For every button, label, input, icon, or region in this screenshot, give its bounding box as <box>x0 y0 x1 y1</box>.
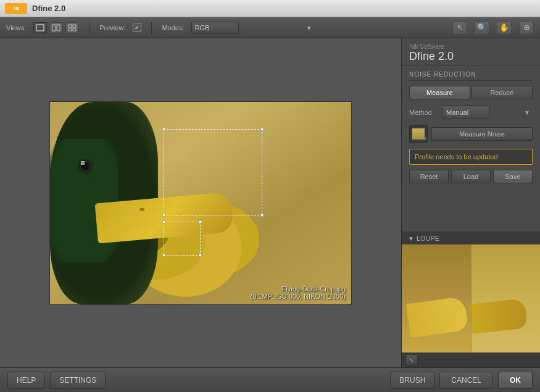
modes-select-arrow: ▼ <box>306 24 312 31</box>
measure-noise-row: ⚙ Measure Noise <box>409 125 533 143</box>
title-bar: nik Dfine 2.0 <box>0 0 540 17</box>
method-label: Method <box>409 109 437 116</box>
action-row: Reset Load Save <box>409 170 533 183</box>
measure-reduce-tabs: Measure Reduce <box>409 86 533 99</box>
measure-tab[interactable]: Measure <box>409 86 470 99</box>
loupe-label: LOUPE <box>417 235 439 242</box>
zoom-tool-button[interactable]: 🔍 <box>475 21 489 35</box>
preview-label: Preview: <box>99 24 125 31</box>
right-panel: Nik Software Dfine 2.0 NOISE REDUCTION M… <box>401 38 540 367</box>
image-panel: Flying-Duck-Crop.jpg (0.1MP, ISO 800, NI… <box>0 38 401 367</box>
svg-rect-1 <box>52 25 56 31</box>
view-split-button[interactable] <box>49 22 63 33</box>
color-picker-button[interactable]: ⊕ <box>519 21 534 35</box>
gear-icon: ⚙ <box>422 136 426 141</box>
save-button[interactable]: Save <box>493 170 533 183</box>
main-layout: Flying-Duck-Crop.jpg (0.1MP, ISO 800, NI… <box>0 38 540 367</box>
modes-select-wrapper: RGB Luminosity Color ▼ <box>191 22 314 34</box>
method-select-wrapper: Manual Automatic ▼ <box>442 106 533 119</box>
nik-brand: Nik Software <box>409 43 533 50</box>
svg-rect-4 <box>73 25 76 27</box>
loupe-header[interactable]: ▼ LOUPE <box>402 232 540 244</box>
svg-rect-3 <box>69 25 72 27</box>
bottom-bar: HELP SETTINGS BRUSH CANCEL OK <box>0 367 540 392</box>
app-logo: nik <box>5 3 27 14</box>
svg-rect-6 <box>73 28 76 31</box>
toolbar: Views: Preview: ✓ Modes: RGB Luminosity … <box>0 17 540 38</box>
method-row: Method Manual Automatic ▼ <box>409 106 533 119</box>
profile-warning-text: Profile needs to be updated <box>415 153 498 161</box>
duck-image <box>49 101 352 305</box>
view-buttons-group <box>33 22 79 33</box>
settings-button[interactable]: SETTINGS <box>50 372 106 389</box>
title-text: Dfine 2.0 <box>32 4 65 13</box>
svg-rect-0 <box>36 25 44 31</box>
svg-rect-5 <box>69 28 72 31</box>
ok-button[interactable]: OK <box>498 372 533 389</box>
view-single-button[interactable] <box>33 22 47 33</box>
bottom-right-buttons: BRUSH CANCEL OK <box>390 372 533 389</box>
image-container: Flying-Duck-Crop.jpg (0.1MP, ISO 800, NI… <box>49 101 352 305</box>
nik-app-name: Dfine 2.0 <box>409 50 533 63</box>
loupe-view <box>402 244 540 352</box>
pan-tool-button[interactable]: ✋ <box>497 21 512 35</box>
method-select[interactable]: Manual Automatic <box>442 106 489 119</box>
loupe-divider <box>471 244 471 352</box>
modes-select[interactable]: RGB Luminosity Color <box>191 22 239 34</box>
reset-button[interactable]: Reset <box>409 170 449 183</box>
views-label: Views: <box>6 24 26 31</box>
bottom-left-buttons: HELP SETTINGS <box>7 372 106 389</box>
nik-header: Nik Software Dfine 2.0 <box>402 38 540 66</box>
profile-warning: Profile needs to be updated <box>409 149 533 165</box>
preview-checkbox[interactable]: ✓ <box>133 23 141 32</box>
image-info: Flying-Duck-Crop.jpg (0.1MP, ISO 800, NI… <box>251 285 346 300</box>
reduce-tab[interactable]: Reduce <box>471 86 533 99</box>
loupe-tool-button[interactable]: ↖ <box>405 354 418 365</box>
modes-label: Modes: <box>162 24 184 31</box>
measure-icon-box: ⚙ <box>409 125 428 143</box>
toolbar-separator-2 <box>151 22 152 34</box>
loupe-collapse-arrow: ▼ <box>408 235 414 242</box>
noise-reduction-section: NOISE REDUCTION Measure Reduce Method Ma… <box>402 66 540 188</box>
arrow-tool-button[interactable]: ↖ <box>452 21 467 35</box>
view-quad-button[interactable] <box>65 22 79 33</box>
cancel-button[interactable]: CANCEL <box>439 372 493 389</box>
svg-rect-2 <box>57 25 60 31</box>
loupe-toolbar: ↖ <box>402 352 540 367</box>
method-select-arrow: ▼ <box>524 109 530 116</box>
load-button[interactable]: Load <box>451 170 491 183</box>
loupe-section: ▼ LOUPE ↖ <box>402 231 540 367</box>
help-button[interactable]: HELP <box>7 372 45 389</box>
toolbar-separator-1 <box>89 22 89 34</box>
section-title: NOISE REDUCTION <box>409 71 533 81</box>
brush-button[interactable]: BRUSH <box>390 372 434 389</box>
image-metadata: (0.1MP, ISO 800, NIKON D300) <box>251 293 346 300</box>
image-filename: Flying-Duck-Crop.jpg <box>251 285 346 293</box>
measure-noise-button[interactable]: Measure Noise <box>431 127 533 141</box>
